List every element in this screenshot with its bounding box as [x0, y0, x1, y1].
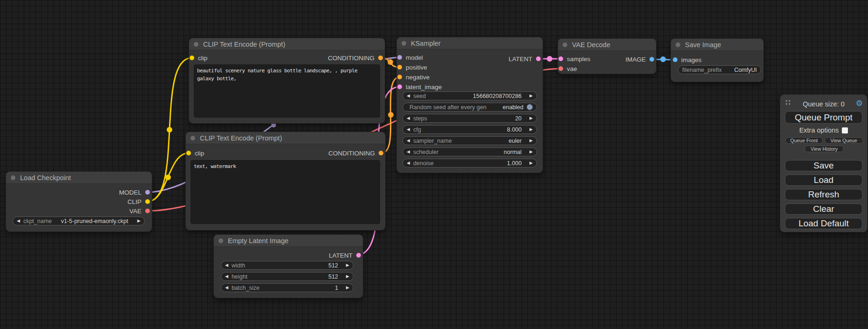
collapse-dot-icon[interactable] [676, 42, 680, 47]
model-input-dot[interactable] [397, 55, 402, 60]
widget-batch-size[interactable]: ◀ batch_size 1 ▶ [221, 283, 353, 292]
conditioning-output-dot[interactable] [378, 56, 383, 60]
image-output-dot[interactable] [649, 57, 654, 62]
decrement-arrow-icon[interactable]: ◀ [407, 139, 410, 143]
input-slot-model[interactable]: model [397, 53, 423, 62]
widget-random-seed-toggle[interactable]: Random seed after every gen enabled [402, 103, 537, 112]
input-slot-samples[interactable]: samples [558, 54, 590, 63]
increment-arrow-icon[interactable]: ▶ [529, 127, 533, 132]
positive-prompt-textarea[interactable]: beautiful scenery nature glass bottle la… [194, 64, 380, 118]
node-clip-text-encode-positive[interactable]: CLIP Text Encode (Prompt) clip CONDITION… [189, 38, 385, 123]
latent-output-dot[interactable] [356, 253, 361, 258]
latent-output-dot[interactable] [536, 56, 541, 61]
load-default-button[interactable]: Load Default [785, 218, 862, 229]
samples-input-dot[interactable] [558, 56, 563, 61]
node-vae-decode[interactable]: VAE Decode samples vae IMAGE [558, 39, 656, 74]
output-slot-conditioning[interactable]: CONDITIONING [328, 148, 383, 158]
widget-value[interactable]: euler [508, 138, 522, 144]
collapse-dot-icon[interactable] [563, 42, 567, 47]
node-title-bar[interactable]: Load Checkpoint [6, 172, 152, 184]
output-slot-latent[interactable]: LATENT [508, 54, 541, 63]
load-button[interactable]: Load [785, 175, 862, 186]
output-slot-clip[interactable]: CLIP [127, 197, 150, 206]
collapse-dot-icon[interactable] [191, 136, 195, 140]
node-title-bar[interactable]: VAE Decode [558, 39, 656, 51]
widget-scheduler[interactable]: ◀ scheduler normal ▶ [402, 147, 537, 156]
decrement-arrow-icon[interactable]: ◀ [407, 150, 410, 154]
widget-filename-prefix[interactable]: filename_prefix ComfyUI [678, 65, 761, 74]
clip-output-dot[interactable] [145, 199, 150, 204]
clip-input-dot[interactable] [186, 151, 191, 155]
collapse-dot-icon[interactable] [11, 175, 15, 180]
input-slot-vae[interactable]: vae [558, 64, 577, 73]
increment-arrow-icon[interactable]: ▶ [529, 161, 533, 165]
view-queue-button[interactable]: View Queue [825, 137, 863, 144]
increment-arrow-icon[interactable]: ▶ [529, 139, 533, 143]
widget-width[interactable]: ◀ width 512 ▶ [221, 261, 353, 270]
widget-ckpt-name[interactable]: ◀ ckpt_name v1-5-pruned-emaonly.ckpt ▶ [13, 217, 145, 225]
decrement-arrow-icon[interactable]: ◀ [225, 286, 228, 290]
positive-input-dot[interactable] [397, 65, 402, 70]
decrement-arrow-icon[interactable]: ◀ [407, 94, 410, 98]
output-slot-image[interactable]: IMAGE [625, 55, 654, 64]
widget-value[interactable]: 1 [335, 285, 338, 291]
widget-height[interactable]: ◀ height 512 ▶ [221, 272, 353, 281]
increment-arrow-icon[interactable]: ▶ [529, 150, 533, 154]
toggle-enabled-icon[interactable] [527, 104, 533, 110]
widget-seed[interactable]: ◀ seed 156680208700286 ▶ [402, 91, 537, 100]
decrement-arrow-icon[interactable]: ◀ [17, 219, 20, 223]
node-clip-text-encode-negative[interactable]: CLIP Text Encode (Prompt) clip CONDITION… [186, 132, 385, 230]
view-history-button[interactable]: View History [804, 146, 844, 152]
widget-denoise[interactable]: ◀ denoise 1.000 ▶ [402, 159, 537, 168]
negative-input-dot[interactable] [397, 75, 402, 79]
node-ksampler[interactable]: KSampler model positive negative latent_… [397, 37, 543, 173]
node-empty-latent-image[interactable]: Empty Latent Image LATENT ◀ width 512 ▶ … [214, 235, 363, 298]
widget-value[interactable]: 20 [515, 115, 522, 122]
input-slot-images[interactable]: images [673, 55, 702, 64]
input-slot-clip[interactable]: clip [186, 148, 204, 158]
queue-prompt-button[interactable]: Queue Prompt [785, 111, 862, 124]
widget-value[interactable]: 8.000 [507, 126, 522, 133]
refresh-button[interactable]: Refresh [785, 189, 862, 200]
output-slot-vae[interactable]: VAE [129, 206, 150, 216]
vae-output-dot[interactable] [145, 209, 150, 213]
input-slot-negative[interactable]: negative [397, 72, 430, 82]
clear-button[interactable]: Clear [785, 203, 862, 215]
save-button[interactable]: Save [785, 160, 862, 171]
widget-value[interactable]: normal [504, 149, 522, 155]
widget-value[interactable]: ComfyUI [734, 67, 757, 73]
node-graph-canvas[interactable]: Load Checkpoint MODEL CLIP VAE ◀ ckpt_na… [0, 0, 868, 329]
node-title-bar[interactable]: CLIP Text Encode (Prompt) [186, 132, 385, 144]
queue-front-button[interactable]: Queue Front [785, 137, 823, 144]
decrement-arrow-icon[interactable]: ◀ [225, 274, 228, 279]
increment-arrow-icon[interactable]: ▶ [529, 94, 533, 98]
increment-arrow-icon[interactable]: ▶ [346, 263, 349, 267]
widget-value[interactable]: 156680208700286 [473, 93, 522, 99]
settings-gear-icon[interactable]: ⚙ [856, 99, 863, 107]
conditioning-output-dot[interactable] [379, 151, 383, 155]
widget-value[interactable]: 512 [328, 273, 338, 280]
node-title-bar[interactable]: Save Image [671, 39, 763, 51]
drag-handle-icon[interactable] [785, 99, 791, 106]
clip-input-dot[interactable] [190, 56, 194, 60]
input-slot-latent-image[interactable]: latent_image [397, 82, 442, 91]
output-slot-latent[interactable]: LATENT [329, 251, 361, 260]
decrement-arrow-icon[interactable]: ◀ [407, 127, 410, 132]
node-title-bar[interactable]: CLIP Text Encode (Prompt) [189, 38, 385, 50]
negative-prompt-textarea[interactable]: text, watermark [191, 160, 380, 224]
node-title-bar[interactable]: Empty Latent Image [214, 235, 363, 247]
increment-arrow-icon[interactable]: ▶ [346, 286, 349, 290]
input-slot-positive[interactable]: positive [397, 63, 427, 72]
increment-arrow-icon[interactable]: ▶ [529, 116, 533, 120]
extra-options-checkbox[interactable] [842, 127, 848, 133]
node-title-bar[interactable]: KSampler [397, 37, 543, 49]
widget-value[interactable]: v1-5-pruned-emaonly.ckpt [61, 218, 128, 224]
widget-sampler-name[interactable]: ◀ sampler_name euler ▶ [402, 136, 537, 145]
widget-value[interactable]: 512 [328, 262, 338, 269]
output-slot-model[interactable]: MODEL [119, 188, 150, 197]
node-save-image[interactable]: Save Image images filename_prefix ComfyU… [671, 39, 763, 82]
vae-input-dot[interactable] [558, 66, 563, 71]
widget-cfg[interactable]: ◀ cfg 8.000 ▶ [402, 125, 537, 134]
collapse-dot-icon[interactable] [219, 238, 223, 243]
collapse-dot-icon[interactable] [194, 42, 198, 47]
